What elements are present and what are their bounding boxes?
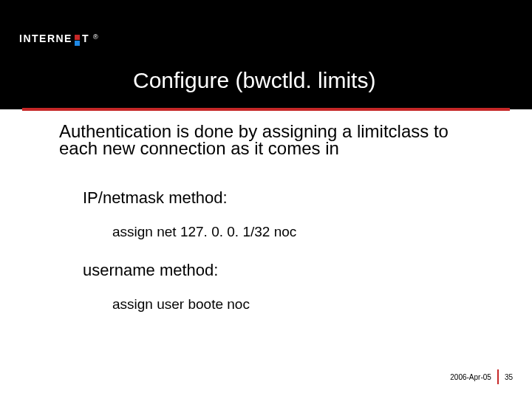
slide-title: Configure (bwctld. limits) [133,68,375,93]
logo-block-bottom [75,41,80,46]
footer-page: 35 [505,373,513,381]
logo-blocks [75,35,80,46]
footer: 2006-Apr-05 35 [450,369,513,384]
footer-divider [497,369,499,384]
logo: INTERNE T ® [19,33,98,44]
topbar: INTERNE T ® Configure (bwctld. limits) [0,0,532,109]
registered-mark: ® [93,33,98,41]
footer-date: 2006-Apr-05 [450,373,491,381]
method1-label: IP/netmask method: [83,188,488,208]
logo-word-left: INTERNE [19,33,72,44]
logo-word-right: T [82,33,89,44]
slide-body: Authentication is done by assigning a li… [59,123,488,313]
logo-text: INTERNE T ® [19,33,98,44]
intro-text: Authentication is done by assigning a li… [59,123,488,157]
method1-code: assign net 127. 0. 0. 1/32 noc [112,224,488,240]
logo-block-top [75,35,80,40]
method2-code: assign user boote noc [112,296,488,313]
accent-rule [22,108,510,111]
slide: INTERNE T ® Configure (bwctld. limits) A… [0,0,532,399]
method2-label: username method: [83,261,488,280]
